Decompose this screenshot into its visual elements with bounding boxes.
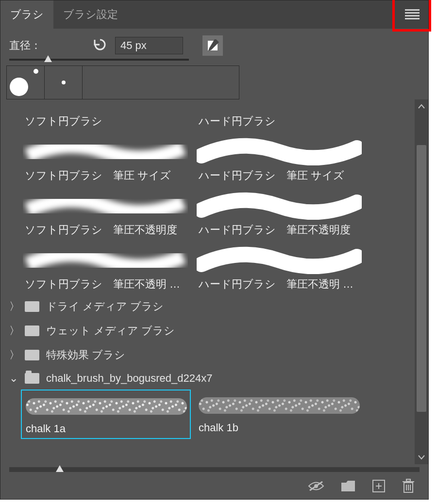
hamburger-icon: [405, 9, 420, 20]
scroll-thumb[interactable]: [417, 145, 426, 412]
brush-item-hard-2[interactable]: ハード円ブラシ 筆圧不透明度: [195, 186, 365, 240]
folder-special-effects[interactable]: 〉 特殊効果 ブラシ: [7, 343, 412, 367]
brush-item-hard-3[interactable]: ハード円ブラシ 筆圧不透明 …: [195, 240, 365, 294]
chevron-down-icon: [418, 455, 425, 460]
brush-stroke-preview: [83, 66, 239, 99]
svg-rect-1: [405, 12, 420, 14]
folder-label: chalk_brush_by_bogusred_d224x7: [46, 372, 212, 385]
trash-icon: [402, 479, 415, 493]
thumbnail-size-slider[interactable]: [0, 464, 428, 475]
brush-label: ソフト円ブラシ: [21, 114, 191, 129]
brush-label: ハード円ブラシ 筆圧不透明 …: [195, 277, 365, 292]
new-brush-button[interactable]: [372, 479, 386, 495]
brush-label: ハード円ブラシ: [195, 114, 365, 129]
folder-open-icon: [25, 373, 39, 384]
brushes-panel: ブラシ ブラシ設定 直径：: [0, 0, 429, 500]
size-input[interactable]: [115, 37, 183, 54]
create-brush-button[interactable]: [202, 35, 223, 56]
folder-chalk[interactable]: ⌄ chalk_brush_by_bogusred_d224x7: [7, 367, 412, 390]
brush-item-soft-2[interactable]: ソフト円ブラシ 筆圧不透明度: [21, 186, 191, 240]
brush-tip-large[interactable]: [7, 66, 45, 99]
brush-label: ハード円ブラシ 筆圧 サイズ: [195, 168, 365, 183]
chevron-down-icon: ⌄: [9, 372, 18, 385]
undo-icon: [93, 38, 107, 50]
brush-icon: [206, 39, 219, 52]
panel-toolbar: [0, 475, 428, 499]
brush-item-chalk-1b[interactable]: chalk 1b: [195, 390, 365, 439]
brush-item-hard-1[interactable]: ハード円ブラシ 筆圧 サイズ: [195, 131, 365, 186]
vertical-scrollbar[interactable]: [415, 99, 428, 464]
brush-item-chalk-1a[interactable]: chalk 1a: [21, 390, 191, 439]
folder-wet-media[interactable]: 〉 ウェット メディア ブラシ: [7, 319, 412, 343]
folder-icon: [25, 350, 39, 360]
new-page-icon: [372, 479, 386, 493]
reset-size-button[interactable]: [93, 38, 107, 53]
brush-item-soft-3[interactable]: ソフト円ブラシ 筆圧不透明 …: [21, 240, 191, 294]
brush-item-soft-0[interactable]: ソフト円ブラシ: [21, 101, 191, 131]
delete-brush-button[interactable]: [402, 479, 415, 495]
brush-tip-preview: [6, 65, 239, 99]
svg-rect-3: [405, 18, 420, 19]
tab-brush-settings[interactable]: ブラシ設定: [53, 0, 128, 29]
new-group-button[interactable]: [341, 480, 355, 494]
chevron-right-icon: 〉: [9, 299, 18, 314]
chevron-right-icon: 〉: [9, 348, 18, 362]
svg-rect-2: [405, 15, 420, 16]
brush-label: ソフト円ブラシ 筆圧不透明 …: [21, 277, 191, 292]
brush-label: ソフト円ブラシ 筆圧 サイズ: [21, 168, 191, 183]
svg-rect-11: [406, 479, 410, 481]
svg-line-5: [310, 482, 322, 490]
brush-label: chalk 1a: [22, 423, 190, 435]
size-slider[interactable]: [0, 56, 428, 65]
brush-list: ソフト円ブラシ ハード円ブラシ ソフト円ブラシ 筆圧 サイズ ハード円ブラシ 筆…: [0, 99, 415, 464]
folder-icon: [341, 480, 355, 492]
scroll-down-button[interactable]: [415, 451, 428, 464]
brush-label: chalk 1b: [195, 422, 365, 434]
toggle-preview-button[interactable]: [308, 481, 324, 493]
folder-icon: [25, 301, 39, 312]
brush-item-hard-0[interactable]: ハード円ブラシ: [195, 101, 365, 131]
brush-label: ハード円ブラシ 筆圧不透明度: [195, 223, 365, 237]
folder-label: ウェット メディア ブラシ: [46, 324, 175, 338]
brush-tip-small[interactable]: [45, 66, 83, 99]
folder-label: ドライ メディア ブラシ: [46, 299, 164, 314]
folder-icon: [25, 325, 39, 336]
chevron-right-icon: 〉: [9, 324, 18, 338]
chevron-up-icon: [418, 104, 425, 109]
svg-rect-0: [405, 9, 420, 11]
size-label: 直径：: [9, 38, 41, 53]
folder-dry-media[interactable]: 〉 ドライ メディア ブラシ: [7, 294, 412, 319]
eye-strike-icon: [308, 481, 324, 491]
scroll-up-button[interactable]: [415, 99, 428, 113]
panel-tabs: ブラシ ブラシ設定: [0, 0, 428, 29]
brush-item-soft-1[interactable]: ソフト円ブラシ 筆圧 サイズ: [21, 131, 191, 186]
brush-label: ソフト円ブラシ 筆圧不透明度: [21, 223, 191, 237]
folder-label: 特殊効果 ブラシ: [46, 348, 125, 362]
size-row: 直径：: [0, 29, 428, 56]
tab-brushes[interactable]: ブラシ: [0, 0, 53, 29]
panel-menu-button[interactable]: [399, 3, 426, 26]
